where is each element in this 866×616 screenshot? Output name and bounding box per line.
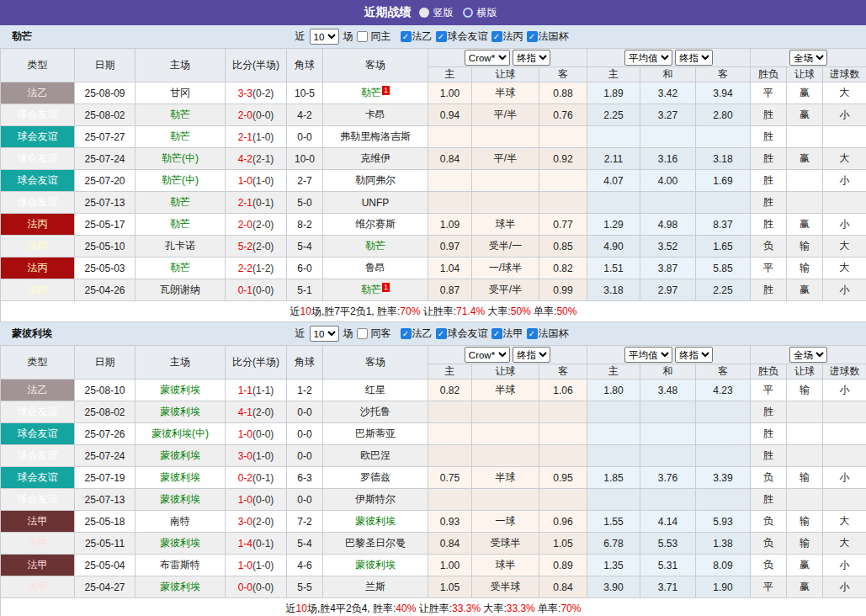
avg-away-odds: 8.37 [696, 214, 751, 236]
avg-home-odds [587, 445, 640, 467]
summary-segment: 70% [561, 603, 581, 614]
away-team: 蒙彼利埃 [323, 555, 428, 576]
bookmaker-select[interactable]: Crow* [465, 347, 510, 363]
result-outcome: 负 [751, 236, 787, 258]
col-header-away: 客场 [323, 346, 428, 380]
league-checkbox[interactable] [401, 31, 412, 42]
score-halftime: 1-0(0-0) [226, 423, 287, 445]
odds-home [428, 126, 472, 148]
average-select[interactable]: 平均值 [624, 347, 672, 363]
result-outcome: 负 [751, 555, 787, 576]
result-outcome: 平 [751, 82, 787, 104]
match-date: 25-07-27 [75, 126, 135, 148]
match-date: 25-05-10 [75, 236, 135, 258]
same-venue-checkbox[interactable] [357, 31, 368, 42]
result-overunder [823, 126, 866, 148]
score-halftime: 1-0(0-0) [226, 489, 287, 511]
score-halftime: 1-0(1-0) [226, 170, 287, 192]
home-team: 孔卡诺 [135, 236, 226, 258]
score-halftime: 1-0(1-0) [226, 555, 287, 576]
avg-home-odds: 1.29 [587, 214, 640, 236]
result-handicap [787, 170, 823, 192]
team-link: 弗勒里梅洛吉斯 [340, 130, 411, 142]
match-row: 法甲25-04-27蒙彼利埃0-0(0-0)5-5兰斯1.05受半球0.843.… [1, 576, 866, 598]
avg-draw-odds: 3.76 [640, 467, 696, 489]
summary-segment: 33.3% [452, 603, 481, 614]
average-time-select[interactable]: 终指 [675, 347, 713, 363]
league-checkbox[interactable] [527, 31, 538, 42]
odds-home: 0.87 [428, 279, 472, 301]
away-team: 罗德兹 [323, 467, 428, 489]
halftime-score: (0-0) [252, 428, 274, 440]
odds-away: 0.85 [539, 236, 587, 258]
odds-away [539, 445, 587, 467]
result-overunder [823, 445, 866, 467]
league-checkbox[interactable] [436, 31, 447, 42]
average-select[interactable]: 平均值 [624, 50, 672, 66]
match-row: 法丙25-04-26瓦朗谢纳0-1(0-0)5-1勒芒10.87受平/半0.99… [1, 279, 866, 301]
league-filter-label: 法乙 [412, 29, 433, 44]
avg-away-odds: 1.90 [696, 576, 751, 598]
match-date: 25-08-10 [75, 380, 135, 401]
avg-home-odds: 3.90 [587, 576, 640, 598]
subcol-header-handicap-result: 让球 [787, 67, 823, 82]
average-time-select[interactable]: 终指 [675, 50, 713, 66]
col-header-home: 主场 [135, 49, 226, 82]
home-team: 勒芒 [135, 104, 226, 126]
match-count-select[interactable]: 10 [310, 326, 339, 342]
fulltime-score: 1-1 [238, 385, 252, 396]
bookmaker-select[interactable]: Crow* [465, 50, 510, 66]
result-overunder [823, 401, 866, 423]
odds-time-select[interactable]: 终指 [513, 50, 550, 66]
away-team: 鲁昂 [323, 258, 428, 279]
match-date: 25-05-17 [75, 214, 135, 236]
fulltime-score: 2-0 [238, 109, 252, 121]
result-outcome: 胜 [751, 170, 787, 192]
match-count-select[interactable]: 10 [310, 29, 339, 45]
avg-home-odds [587, 192, 640, 214]
subcol-header-avg-draw: 和 [640, 364, 696, 380]
fulltime-score: 1-0 [238, 560, 252, 571]
fulltime-score: 3-3 [238, 88, 252, 99]
result-overunder [823, 423, 866, 445]
summary-segment: 10 [296, 603, 307, 614]
league-checkbox[interactable] [491, 328, 502, 339]
odds-handicap [472, 423, 539, 445]
avg-draw-odds: 4.98 [640, 214, 696, 236]
horizontal-layout-radio[interactable] [463, 8, 473, 18]
fulltime-score: 5-2 [238, 241, 252, 252]
league-checkbox[interactable] [527, 328, 538, 339]
col-header-score: 比分(半场) [226, 49, 287, 82]
fulltime-score: 0-0 [238, 581, 252, 593]
match-date: 25-05-11 [75, 533, 135, 555]
score-halftime: 0-2(0-1) [226, 467, 287, 489]
match-date: 25-04-26 [75, 279, 135, 301]
league-badge: 球会友谊 [1, 104, 75, 126]
odds-away: 0.89 [539, 555, 587, 576]
league-badge: 球会友谊 [1, 170, 75, 192]
vertical-layout-radio[interactable] [419, 8, 429, 18]
team-link: 蒙彼利埃 [160, 384, 200, 396]
league-checkbox[interactable] [401, 328, 412, 339]
league-badge: 法乙 [1, 82, 75, 104]
score-halftime: 1-4(0-1) [226, 533, 287, 555]
summary-segment: 40% [396, 603, 416, 614]
league-badge: 法丙 [1, 236, 75, 258]
halftime-score: (2-1) [252, 153, 274, 165]
avg-draw-odds [640, 192, 696, 214]
league-checkbox[interactable] [436, 328, 447, 339]
league-badge: 法甲 [1, 555, 75, 576]
scope-select[interactable]: 全场 [789, 347, 827, 363]
halftime-score: (1-0) [252, 175, 274, 187]
league-checkbox[interactable] [491, 31, 502, 42]
scope-select[interactable]: 全场 [789, 50, 827, 66]
same-venue-checkbox[interactable] [357, 328, 368, 339]
team-link: 兰斯 [365, 581, 385, 592]
avg-away-odds: 8.09 [696, 555, 751, 576]
odds-time-select[interactable]: 终指 [513, 347, 550, 363]
avg-draw-odds: 3.16 [640, 148, 696, 170]
corner-score: 2-7 [287, 170, 323, 192]
avg-home-odds [587, 489, 640, 511]
odds-home [428, 192, 472, 214]
halftime-score: (0-0) [252, 109, 274, 121]
